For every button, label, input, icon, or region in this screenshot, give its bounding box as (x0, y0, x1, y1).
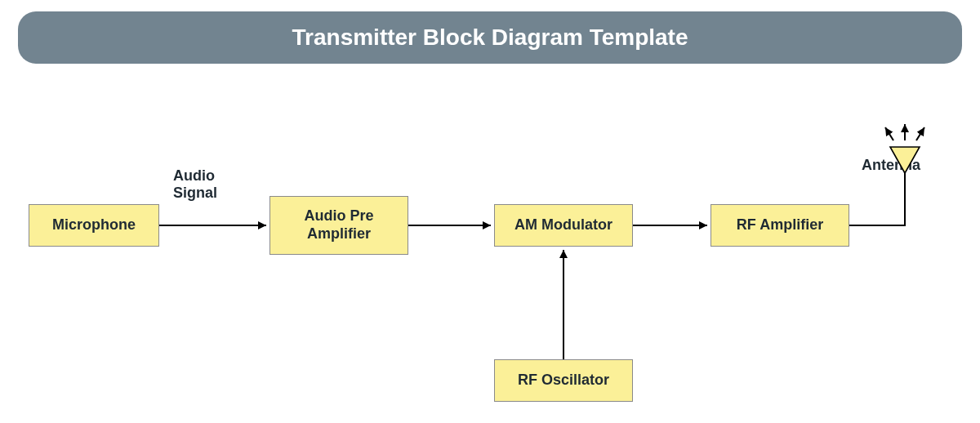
block-microphone-label: Microphone (52, 216, 136, 234)
label-audio-signal-l1: Audio (173, 167, 215, 184)
svg-line-2 (916, 127, 924, 140)
block-am-modulator: AM Modulator (494, 204, 633, 247)
block-rf-oscillator-label: RF Oscillator (518, 372, 609, 390)
label-antenna: Antenna (862, 157, 920, 174)
block-rf-oscillator: RF Oscillator (494, 359, 633, 402)
block-rf-amplifier: RF Amplifier (710, 204, 849, 247)
title-bar: Transmitter Block Diagram Template (18, 11, 962, 64)
block-microphone: Microphone (29, 204, 159, 247)
label-antenna-text: Antenna (862, 157, 920, 173)
block-rf-amplifier-label: RF Amplifier (737, 216, 823, 234)
diagram-title: Transmitter Block Diagram Template (292, 24, 688, 51)
arrow-rfamp-to-antenna (849, 173, 905, 225)
block-audio-pre-amp: Audio Pre Amplifier (270, 196, 408, 255)
block-am-modulator-label: AM Modulator (514, 216, 612, 234)
block-audio-pre-amp-label: Audio Pre Amplifier (275, 207, 403, 243)
label-audio-signal-l2: Signal (173, 185, 217, 201)
diagram-canvas: Transmitter Block Diagram Template Micro… (0, 0, 980, 423)
svg-line-0 (885, 127, 893, 140)
label-audio-signal: Audio Signal (173, 167, 217, 201)
